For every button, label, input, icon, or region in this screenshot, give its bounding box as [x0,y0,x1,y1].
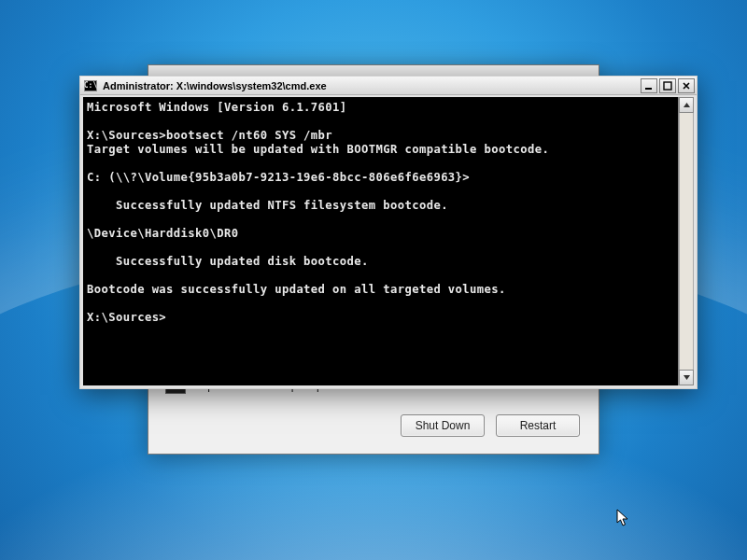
svg-rect-0 [645,88,652,90]
restart-button[interactable]: Restart [496,414,580,437]
scroll-up-button[interactable] [679,97,694,113]
minimize-button[interactable] [641,78,657,93]
scroll-track[interactable] [679,113,694,370]
cmd-titlebar[interactable]: C:\ Administrator: X:\windows\system32\c… [80,77,697,95]
cmd-window: C:\ Administrator: X:\windows\system32\c… [79,76,698,389]
svg-rect-1 [664,82,671,90]
cmd-terminal[interactable]: Microsoft Windows [Version 6.1.7601] X:\… [83,97,678,385]
scroll-down-button[interactable] [679,370,694,385]
cmd-title: Administrator: X:\windows\system32\cmd.e… [103,80,635,91]
recovery-buttons: Shut Down Restart [401,414,580,437]
cmd-client-area: Microsoft Windows [Version 6.1.7601] X:\… [83,97,694,385]
close-button[interactable] [678,78,695,93]
mouse-cursor-icon [616,509,631,527]
window-controls [641,78,695,93]
shutdown-button[interactable]: Shut Down [401,414,485,437]
maximize-button[interactable] [659,78,676,93]
cmd-scrollbar[interactable] [678,97,694,385]
cmd-system-icon: C:\ [84,80,97,91]
